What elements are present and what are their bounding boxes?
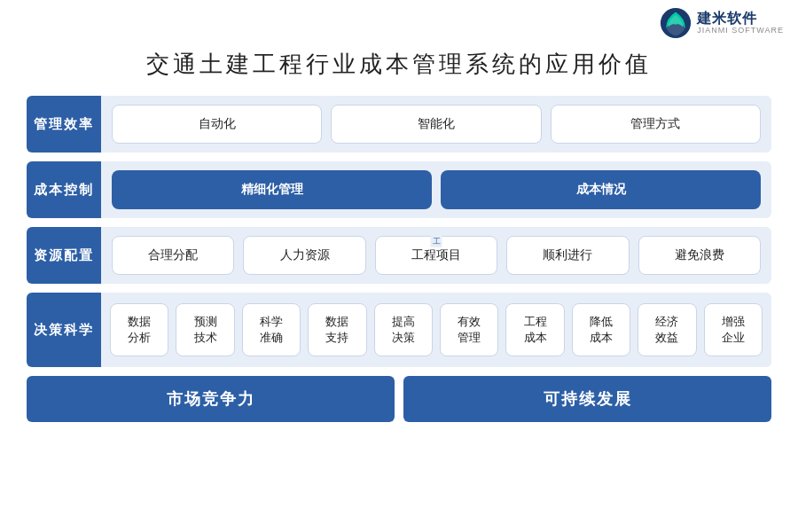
bottom-row: 市场竞争力 可持续发展 (27, 376, 771, 422)
content-ziyuan: 合理分配 人力资源 工 工程项目 顺利进行 避免浪费 (101, 227, 771, 284)
label-juece: 决策科学 (27, 293, 101, 367)
card-jdcb: 降低 成本 (572, 303, 630, 356)
label-guanli: 管理效率 (27, 96, 101, 153)
card-jjxy: 经济 效益 (638, 303, 696, 356)
content-chengben: 精细化管理 成本情况 (101, 161, 771, 218)
card-zhinenghua: 智能化 (331, 105, 541, 144)
card-kxzq: 科学 准确 (242, 303, 301, 356)
content-guanli: 自动化 智能化 管理方式 (101, 96, 771, 153)
logo-cn-text: 建米软件 (697, 11, 784, 27)
card-sjzc: 数据 支持 (308, 303, 366, 356)
card-bimanlf: 避免浪费 (638, 236, 761, 275)
logo: 建米软件 JIANMI SOFTWARE (660, 7, 784, 39)
row-guanli: 管理效率 自动化 智能化 管理方式 (27, 96, 771, 153)
card-shunlxj: 顺利进行 (506, 236, 629, 275)
label-chengben: 成本控制 (27, 161, 101, 218)
logo-icon (660, 7, 692, 39)
content-juece: 数据 分析 预测 技术 科学 准确 数据 支持 提高 决策 有效 管理 工程 成… (101, 293, 771, 367)
card-sjfx: 数据 分析 (110, 303, 168, 356)
card-gcch: 工程 成本 (505, 303, 564, 356)
content-area: 管理效率 自动化 智能化 管理方式 成本控制 精细化管理 成本情况 资源配置 合… (27, 96, 771, 367)
card-chengbenqk: 成本情况 (441, 170, 761, 209)
card-jingxihua: 精细化管理 (112, 170, 432, 209)
logo-text: 建米软件 JIANMI SOFTWARE (697, 11, 784, 35)
card-helipf: 合理分配 (112, 236, 234, 275)
row-chengben: 成本控制 精细化管理 成本情况 (27, 161, 771, 218)
card-zidonghua: 自动化 (112, 105, 322, 144)
row-ziyuan: 资源配置 合理分配 人力资源 工 工程项目 顺利进行 避免浪费 (27, 227, 771, 284)
card-guanlif: 管理方式 (551, 105, 761, 144)
card-zqqy: 增强 企业 (704, 303, 763, 356)
bottom-left: 市场竞争力 (27, 376, 395, 422)
label-ziyuan: 资源配置 (27, 227, 101, 284)
card-tgjc: 提高 决策 (374, 303, 433, 356)
card-ycjs: 预测 技术 (176, 303, 234, 356)
card-gongcxm: 工 工程项目 (375, 236, 497, 275)
row-juece: 决策科学 数据 分析 预测 技术 科学 准确 数据 支持 提高 决策 有效 管理… (27, 293, 771, 367)
card-yxgl: 有效 管理 (440, 303, 498, 356)
card-renlizy: 人力资源 (243, 236, 365, 275)
bottom-right: 可持续发展 (403, 376, 771, 422)
logo-en-text: JIANMI SOFTWARE (697, 27, 784, 35)
